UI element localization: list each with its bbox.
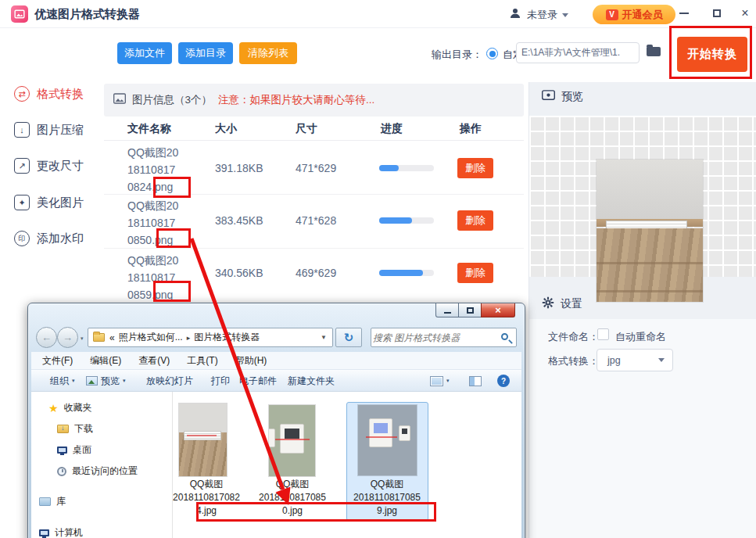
address-dropdown-icon[interactable]: ▼ <box>321 334 327 341</box>
vip-button[interactable]: V 开通会员 <box>593 5 675 24</box>
minimize-icon <box>679 13 689 14</box>
explorer-maximize-button[interactable] <box>459 303 481 317</box>
output-dir-label: 输出目录： <box>432 48 482 62</box>
settings-header: 设置 <box>542 296 582 312</box>
progress-bar <box>379 165 434 171</box>
auto-rename-label: 自动重命名 <box>615 330 666 344</box>
watermark-icon: 印 <box>14 231 30 246</box>
file-label[interactable]: QQ截图 2018110817085 9.jpg <box>344 478 430 518</box>
file-label[interactable]: QQ截图 2018110817085 0.jpg <box>249 478 335 518</box>
sidebar-item-watermark[interactable]: 印 添加水印 <box>14 228 84 249</box>
downloads-icon <box>57 425 69 433</box>
naming-label: 文件命名： <box>548 330 599 344</box>
organize-button[interactable]: 组织▾ <box>50 370 75 392</box>
delete-button[interactable]: 删除 <box>457 158 493 178</box>
search-box[interactable] <box>371 328 517 347</box>
preview-header: 预览 <box>542 89 583 104</box>
explorer-navpane: ★ 收藏夹 下载 桌面 最近访问的位置 库 <box>31 392 173 538</box>
photo-shelf-line <box>597 290 703 292</box>
search-input[interactable] <box>373 329 498 346</box>
delete-button[interactable]: 删除 <box>457 263 493 283</box>
image-info-bar: 图片信息（3个） 注意：如果图片较大请耐心等待... <box>104 84 524 117</box>
nav-desktop[interactable]: 桌面 <box>57 443 91 457</box>
sidebar-item-compress[interactable]: ↓ 图片压缩 <box>14 120 84 140</box>
file-label[interactable]: QQ截图 2018110817082 4.jpg <box>163 478 249 518</box>
screen: 优速图片格式转换器 未登录 V 开通会员 × ⇄ 格式转换 ↓ 图片压缩 ↗ 更… <box>0 0 756 538</box>
breadcrumb-parent[interactable]: 照片格式如何... <box>119 331 183 344</box>
explorer-close-button[interactable]: × <box>481 303 515 317</box>
maximize-button[interactable] <box>707 5 727 22</box>
address-bar[interactable]: « 照片格式如何... ▸ 图片格式转换器 ▼ <box>88 328 333 347</box>
file-dims: 471*628 <box>296 214 336 227</box>
add-file-button[interactable]: 添加文件 <box>117 42 172 64</box>
file-size: 391.18KB <box>215 162 263 174</box>
output-path-input[interactable] <box>516 42 640 63</box>
refresh-button[interactable]: ↻ <box>335 328 362 347</box>
preview-button[interactable]: 预览▾ <box>86 370 126 392</box>
explorer-minimize-button[interactable] <box>435 303 459 317</box>
libraries-icon <box>39 497 51 506</box>
nav-libraries[interactable]: 库 <box>39 495 66 508</box>
file-thumbnail[interactable] <box>179 404 227 476</box>
views-button[interactable]: ▾ <box>430 370 450 392</box>
slideshow-button[interactable]: 放映幻灯片 <box>146 370 193 392</box>
thumb-watermark <box>275 439 310 440</box>
nav-computer[interactable]: 计算机 <box>39 526 83 538</box>
help-button[interactable]: ? <box>497 370 510 392</box>
thumb-device <box>399 425 410 441</box>
format-select[interactable]: jpg <box>597 349 673 371</box>
breadcrumb-current[interactable]: 图片格式转换器 <box>194 331 260 344</box>
file-name: QQ截图20 18110817 0850.png <box>127 197 198 249</box>
auto-rename-checkbox[interactable] <box>597 328 609 340</box>
breadcrumb-prefix: « <box>109 332 115 343</box>
thumb-vent <box>184 431 221 440</box>
col-header-filename: 文件名称 <box>127 122 171 136</box>
sidebar-item-format-convert[interactable]: ⇄ 格式转换 <box>14 84 84 104</box>
sidebar-item-beautify[interactable]: ✦ 美化图片 <box>14 192 84 213</box>
nav-downloads[interactable]: 下载 <box>57 422 93 436</box>
nav-recent-places[interactable]: 最近访问的位置 <box>57 464 138 478</box>
minimize-button[interactable] <box>674 5 694 22</box>
print-button[interactable]: 打印 <box>211 370 230 392</box>
file-thumbnail[interactable] <box>269 405 315 476</box>
back-icon: ← <box>41 332 52 343</box>
forward-button[interactable]: → <box>57 327 78 348</box>
gear-icon <box>542 296 554 312</box>
picture-icon <box>113 93 126 107</box>
close-icon: × <box>741 7 748 20</box>
sidebar-item-resize[interactable]: ↗ 更改尺寸 <box>14 156 84 176</box>
menu-file[interactable]: 文件(F) <box>42 354 73 368</box>
login-menu[interactable]: 未登录 <box>508 6 568 23</box>
sidebar-item-label: 图片压缩 <box>37 123 84 138</box>
preview-image <box>597 160 703 302</box>
back-button[interactable]: ← <box>36 327 57 348</box>
maximize-icon <box>713 9 721 17</box>
clear-list-button[interactable]: 清除列表 <box>239 42 297 64</box>
menu-help[interactable]: 帮助(H) <box>235 354 267 368</box>
compress-icon: ↓ <box>14 122 30 138</box>
file-ext: .png <box>152 234 173 246</box>
browse-folder-icon[interactable] <box>647 47 661 56</box>
app-logo-icon <box>11 5 28 23</box>
start-convert-button[interactable]: 开始转换 <box>677 37 747 72</box>
vip-label: 开通会员 <box>622 8 663 22</box>
file-thumbnail-selected[interactable] <box>358 405 417 475</box>
beautify-icon: ✦ <box>14 195 30 210</box>
history-dropdown-icon[interactable]: ▾ <box>81 335 84 342</box>
custom-output-radio[interactable] <box>486 48 498 59</box>
close-button[interactable]: × <box>735 5 755 22</box>
new-folder-button[interactable]: 新建文件夹 <box>288 370 335 392</box>
preview-pane-thumb-icon <box>86 376 98 386</box>
preview-pane-button[interactable] <box>469 370 482 392</box>
menu-tools[interactable]: 工具(T) <box>187 354 217 368</box>
menu-edit[interactable]: 编辑(E) <box>90 354 121 368</box>
col-header-dims: 尺寸 <box>296 122 317 136</box>
nav-favorites[interactable]: ★ 收藏夹 <box>48 401 92 414</box>
delete-button[interactable]: 删除 <box>457 210 493 231</box>
computer-icon <box>39 529 49 536</box>
preview-pane-icon <box>469 376 482 386</box>
add-directory-button[interactable]: 添加目录 <box>178 42 233 64</box>
menu-view[interactable]: 查看(V) <box>138 354 170 368</box>
radio-dot <box>489 51 496 57</box>
email-button[interactable]: 电子邮件 <box>239 370 277 392</box>
